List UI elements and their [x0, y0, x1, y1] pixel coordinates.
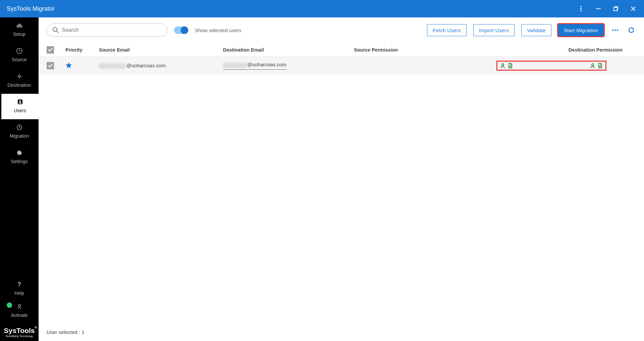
refresh-icon[interactable] — [627, 25, 636, 35]
sidebar-item-source[interactable]: Source — [0, 43, 39, 68]
maximize-icon[interactable] — [612, 5, 620, 13]
permission-highlight — [496, 61, 606, 71]
search-input-wrap[interactable] — [47, 23, 167, 37]
migration-icon — [16, 124, 23, 131]
select-all-checkbox[interactable] — [47, 46, 54, 54]
app-title: SysTools Migrator — [7, 5, 577, 12]
table-row[interactable]: @soharcoas.com @soharcoas.com — [39, 57, 644, 74]
sidebar-item-setup[interactable]: Setup — [0, 17, 39, 43]
window-controls — [577, 5, 637, 13]
column-priority[interactable]: Priority — [65, 47, 99, 53]
svg-rect-4 — [614, 7, 617, 11]
cloud-icon — [16, 22, 23, 29]
column-destination-permission[interactable]: Destination Permission — [431, 47, 636, 53]
search-input[interactable] — [62, 27, 162, 33]
brand-logo: SysTools® Simplifying Technology — [0, 324, 39, 341]
svg-rect-3 — [596, 8, 601, 9]
minimize-icon[interactable] — [594, 5, 602, 13]
sidebar-item-label: Settings — [11, 159, 28, 164]
sidebar: Setup Source Destination Users Migration… — [0, 17, 39, 341]
toggle-label: Show selected users — [195, 27, 241, 33]
column-destination-email[interactable]: Destination Email — [223, 47, 354, 53]
source-email-cell: @soharcoas.com — [99, 63, 223, 69]
activate-icon — [16, 303, 23, 310]
start-migration-button[interactable]: Start Migration — [558, 24, 604, 36]
svg-point-15 — [502, 64, 504, 66]
document-icon — [597, 63, 603, 68]
svg-point-10 — [18, 304, 20, 306]
svg-point-8 — [19, 100, 21, 102]
validate-button[interactable]: Validate — [521, 24, 551, 36]
sidebar-item-settings[interactable]: Settings — [0, 145, 39, 170]
sidebar-item-label: Migration — [10, 133, 29, 139]
gear-icon — [16, 149, 23, 156]
show-selected-toggle[interactable] — [174, 26, 188, 34]
source-permission-icons — [500, 63, 513, 68]
titlebar: SysTools Migrator — [0, 0, 644, 17]
svg-point-12 — [612, 29, 613, 31]
sidebar-item-label: Users — [14, 108, 26, 113]
source-icon — [16, 48, 23, 54]
sidebar-item-migration[interactable]: Migration — [0, 119, 39, 145]
more-actions-icon[interactable] — [610, 25, 620, 35]
toolbar: Show selected users Fetch Users Import U… — [39, 17, 644, 43]
destination-email-cell[interactable]: @soharcoas.com — [223, 62, 354, 69]
svg-point-11 — [53, 27, 57, 31]
sidebar-item-help[interactable]: ? Help — [0, 276, 39, 302]
column-source-email[interactable]: Source Email — [99, 47, 223, 53]
svg-point-0 — [580, 6, 582, 7]
help-icon: ? — [16, 281, 23, 288]
svg-point-6 — [18, 75, 20, 77]
users-icon — [17, 98, 23, 105]
svg-point-16 — [592, 64, 594, 66]
table-header: Priority Source Email Destination Email … — [39, 43, 644, 57]
sidebar-item-users[interactable]: Users — [0, 94, 39, 119]
sidebar-item-label: Activate — [11, 313, 28, 318]
status-footer: User selected : 1 — [39, 323, 644, 341]
sidebar-item-label: Help — [14, 290, 24, 296]
more-icon[interactable] — [577, 5, 585, 13]
user-icon — [500, 63, 505, 68]
svg-point-14 — [617, 29, 618, 31]
column-source-permission[interactable]: Source Permission — [354, 47, 431, 53]
svg-point-13 — [614, 29, 616, 31]
svg-point-1 — [580, 8, 582, 9]
main-content: Show selected users Fetch Users Import U… — [39, 17, 644, 341]
sidebar-item-label: Setup — [13, 31, 25, 37]
row-checkbox[interactable] — [47, 62, 54, 69]
close-icon[interactable] — [629, 5, 637, 13]
search-icon — [52, 27, 59, 33]
import-users-button[interactable]: Import Users — [473, 24, 515, 36]
sidebar-item-label: Source — [12, 57, 26, 62]
destination-icon — [16, 73, 23, 80]
fetch-users-button[interactable]: Fetch Users — [427, 24, 467, 36]
user-icon — [590, 63, 595, 68]
star-icon[interactable] — [65, 64, 72, 70]
destination-permission-icons — [590, 63, 603, 68]
sidebar-item-activate[interactable]: Activate — [0, 302, 39, 324]
sidebar-item-label: Destination — [7, 82, 31, 88]
document-icon — [507, 63, 513, 68]
sidebar-item-destination[interactable]: Destination — [0, 68, 39, 94]
svg-point-2 — [580, 10, 582, 11]
